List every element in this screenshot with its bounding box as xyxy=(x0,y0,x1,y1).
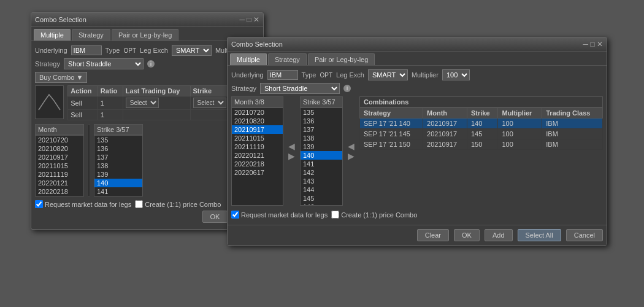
checkbox-row-1: Request market data for legs Create (1:1… xyxy=(35,200,259,208)
window1-close-btn[interactable]: ─ □ ✕ xyxy=(240,15,259,24)
month-list-2[interactable]: 20210720 20210820 20210917 20211015 2021… xyxy=(231,107,283,206)
create-price-combo-cb-1[interactable] xyxy=(135,200,143,208)
req-market-data-label-1: Request market data for legs xyxy=(35,200,131,208)
underlying-label-2: Underlying xyxy=(231,71,264,79)
underlying-input-2[interactable] xyxy=(267,70,298,80)
tab-strategy-1[interactable]: Strategy xyxy=(72,29,110,41)
col-month-2: Month xyxy=(423,108,467,119)
leg-exch-select-1[interactable]: SMART xyxy=(172,45,212,56)
underlying-row-2: Underlying Type OPT Leg Exch SMART Multi… xyxy=(231,69,603,80)
table-row[interactable]: SEP 17 '21 150 20210917 150 100 IBM xyxy=(360,139,603,150)
add-button-2[interactable]: Add xyxy=(485,229,513,241)
strategy-select-1[interactable]: Short Straddle xyxy=(64,58,144,69)
leg-exch-label-2: Leg Exch xyxy=(336,71,364,79)
leg-exch-select-2[interactable]: SMART xyxy=(368,69,408,80)
combo-buy-btn-1[interactable]: Buy Combo ▼ xyxy=(35,72,87,83)
strike-list-2[interactable]: 135 136 137 138 139 140 141 142 143 144 … xyxy=(300,107,343,206)
strike-picker-2: Strike 3/57 135 136 137 138 139 140 141 … xyxy=(300,96,343,206)
strike-header-2: Strike 3/57 xyxy=(300,96,343,107)
tab-strategy-2[interactable]: Strategy xyxy=(268,53,307,65)
combinations-header-2: Combinations xyxy=(359,96,603,107)
multiplier-select-2[interactable]: 100 xyxy=(442,69,470,80)
strategy-row-2: Strategy Short Straddle i xyxy=(231,83,603,94)
col-strategy-2: Strategy xyxy=(360,108,423,119)
ok-button-2[interactable]: OK xyxy=(454,229,480,241)
window1-title: Combo Selection xyxy=(35,16,86,23)
col-ltd-1: Last Trading Day xyxy=(123,86,190,96)
type-label-1: Type xyxy=(105,47,120,54)
pickers-row-1: Month 20210720 20210820 20210917 2021101… xyxy=(35,124,259,196)
window2-tabs: Multiple Strategy Pair or Leg-by-leg xyxy=(228,52,607,66)
strike-select-1a[interactable]: Select xyxy=(193,98,226,108)
ok-button-1[interactable]: OK xyxy=(202,211,228,223)
month-picker-1: Month 20210720 20210820 20210917 2021101… xyxy=(35,124,84,196)
col-ratio-1: Ratio xyxy=(98,86,123,96)
month-list-1[interactable]: 20210720 20210820 20210917 20211015 2021… xyxy=(35,135,84,196)
arrow-divider-2: ◀ ▶ xyxy=(287,96,296,206)
window2-title-bar: Combo Selection ─ □ ✕ xyxy=(228,37,607,52)
ltd-select-1a[interactable]: Select xyxy=(126,98,159,108)
combo-btn-row-1: Buy Combo ▼ xyxy=(35,72,259,83)
combinations-table-2: Strategy Month Strike Multiplier Trading… xyxy=(359,107,603,150)
month-picker-2: Month 3/8 20210720 20210820 20210917 202… xyxy=(231,96,283,206)
strike-picker-1: Strike 3/57 135 136 137 138 139 140 141 … xyxy=(94,124,143,196)
req-market-data-cb-1[interactable] xyxy=(35,200,43,208)
type-label-2: Type xyxy=(302,71,316,79)
req-market-data-label-2: Request market data for legs xyxy=(231,211,328,219)
table-row[interactable]: SEP 17 '21 140 20210917 140 100 IBM xyxy=(360,119,603,129)
tab-multiple-2[interactable]: Multiple xyxy=(230,53,267,65)
month-header-1: Month xyxy=(35,124,84,135)
col-multiplier-2: Multiplier xyxy=(498,108,542,119)
legs-area-1: Action Ratio Last Trading Day Strike Rig… xyxy=(35,85,259,120)
bottom-buttons-1: OK Add xyxy=(35,211,259,223)
col-strike-2: Strike xyxy=(467,108,498,119)
strike-header-1: Strike 3/57 xyxy=(94,124,143,135)
create-price-combo-cb-2[interactable] xyxy=(331,211,339,219)
window2-close-btn[interactable]: ─ □ ✕ xyxy=(583,40,603,49)
info-icon-2[interactable]: i xyxy=(343,85,351,92)
chart-area-1 xyxy=(35,85,64,119)
window2-title: Combo Selection xyxy=(231,41,283,48)
col-trading-class-2: Trading Class xyxy=(542,108,603,119)
divider-1 xyxy=(88,124,90,196)
type-value-1: OPT xyxy=(123,47,136,54)
leg-exch-label-1: Leg Exch xyxy=(140,47,168,54)
req-market-data-cb-2[interactable] xyxy=(231,211,239,219)
arrow-divider-2b: ◀ ▶ xyxy=(347,96,356,206)
underlying-row-1: Underlying Type OPT Leg Exch SMART Multi… xyxy=(35,45,259,56)
strategy-label-1: Strategy xyxy=(35,60,60,68)
underlying-input-1[interactable] xyxy=(71,45,102,55)
type-value-2: OPT xyxy=(320,72,332,79)
strike-list-1[interactable]: 135 136 137 138 139 140 141 142 143 144 … xyxy=(94,135,143,196)
tab-pair-leg-2[interactable]: Pair or Leg-by-leg xyxy=(308,53,375,65)
main-area-2: Month 3/8 20210720 20210820 20210917 202… xyxy=(231,96,603,206)
tab-multiple-1[interactable]: Multiple xyxy=(34,29,71,41)
window1-title-bar: Combo Selection ─ □ ✕ xyxy=(31,13,263,27)
info-icon-1[interactable]: i xyxy=(147,60,155,68)
bottom-bar-2: Clear OK Add Select All Cancel xyxy=(228,225,607,245)
select-all-button-2[interactable]: Select All xyxy=(518,229,561,241)
checkbox-row-2: Request market data for legs Create (1:1… xyxy=(231,211,603,219)
create-price-combo-label-2: Create (1:1) price Combo xyxy=(331,211,417,219)
col-action-1: Action xyxy=(68,86,98,96)
table-row[interactable]: SEP 17 '21 145 20210917 145 100 IBM xyxy=(360,129,603,139)
combinations-section-2: Combinations Strategy Month Strike Multi… xyxy=(359,96,603,206)
underlying-label-1: Underlying xyxy=(35,47,67,54)
clear-button-2[interactable]: Clear xyxy=(417,229,449,241)
strategy-row-1: Strategy Short Straddle i xyxy=(35,58,259,69)
strategy-label-2: Strategy xyxy=(231,85,256,92)
cancel-button-2[interactable]: Cancel xyxy=(566,229,603,241)
strategy-select-2[interactable]: Short Straddle xyxy=(260,83,340,94)
multiplier-label-2: Multiplier xyxy=(412,71,439,79)
create-price-combo-label-1: Create (1:1) price Combo xyxy=(135,200,221,208)
tab-pair-leg-1[interactable]: Pair or Leg-by-leg xyxy=(112,29,178,41)
month-header-2: Month 3/8 xyxy=(231,96,283,107)
